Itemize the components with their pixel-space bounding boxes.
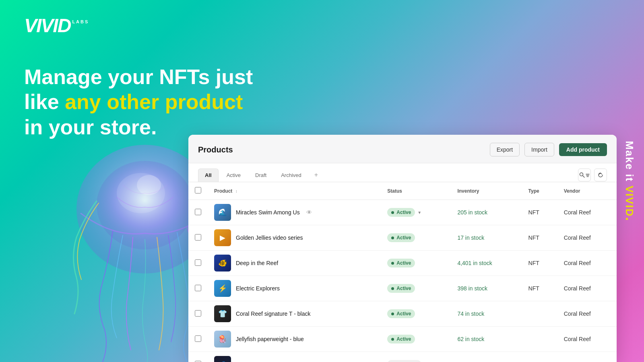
row-product-cell: 🧢 Coral Reef signature Cap - black — [208, 352, 381, 362]
table-row[interactable]: ▶ Golden Jellies video series Active 17 … — [188, 225, 617, 251]
svg-line-5 — [583, 176, 585, 178]
tab-active[interactable]: Active — [220, 169, 247, 181]
logo: VIVIDLABS — [24, 16, 89, 35]
col-type: Type — [522, 182, 557, 200]
table-row[interactable]: 🌊 Miracles Swim Among Us 👁 Active ▼ 205 … — [188, 200, 617, 225]
status-badge: Active — [387, 259, 415, 267]
table-row[interactable]: 👕 Coral Reef signature T - black Active … — [188, 301, 617, 327]
row-checkbox[interactable] — [195, 209, 201, 215]
product-thumbnail: 🧢 — [214, 356, 231, 362]
row-checkbox[interactable] — [195, 259, 201, 266]
tab-draft[interactable]: Draft — [249, 169, 273, 181]
row-status-cell: Active ▼ — [381, 200, 451, 225]
inventory-value: 62 in stock — [457, 336, 484, 342]
row-checkbox-cell — [188, 200, 208, 225]
row-vendor-cell: Coral Reef — [557, 225, 617, 251]
row-checkbox-cell — [188, 251, 208, 276]
row-status-cell: Archived — [381, 352, 451, 362]
row-status-cell: Active — [381, 276, 451, 301]
row-product-cell: ⚡ Electric Explorers — [208, 276, 381, 301]
col-inventory: Inventory — [451, 182, 522, 200]
row-checkbox-cell — [188, 301, 208, 327]
row-inventory-cell: 4,401 in stock — [451, 251, 522, 276]
logo-main: VIVID — [24, 15, 70, 36]
headline-line2-normal: like — [24, 90, 65, 113]
row-vendor-cell: Coral Reef — [557, 276, 617, 301]
headline-line2: like any other product — [24, 89, 253, 114]
products-table: Product ↕ Status Inventory Type Vendor 🌊… — [188, 182, 617, 362]
col-vendor: Vendor — [557, 182, 617, 200]
tab-add-button[interactable]: + — [310, 168, 323, 182]
col-checkbox — [188, 182, 208, 200]
logo-labs: LABS — [72, 19, 89, 24]
headline-line2-highlight: any other product — [65, 90, 243, 113]
panel-actions: Export Import Add product — [490, 143, 607, 156]
add-product-button[interactable]: Add product — [559, 143, 607, 156]
status-dropdown-arrow[interactable]: ▼ — [417, 210, 421, 215]
product-thumbnail: ⚡ — [214, 280, 231, 297]
search-filter-button[interactable] — [578, 169, 591, 181]
row-checkbox[interactable] — [195, 310, 201, 317]
product-cell: 🐠 Deep in the Reef — [214, 255, 374, 272]
row-product-cell: 🐠 Deep in the Reef — [208, 251, 381, 276]
row-status-cell: Active — [381, 327, 451, 352]
panel-title: Products — [198, 145, 233, 154]
status-dot — [391, 338, 394, 341]
table-row[interactable]: ⚡ Electric Explorers Active 398 in stock… — [188, 276, 617, 301]
product-thumbnail: 🐠 — [214, 255, 231, 272]
tab-archived[interactable]: Archived — [275, 169, 308, 181]
row-checkbox-cell — [188, 352, 208, 362]
svg-point-3 — [137, 175, 161, 195]
row-checkbox[interactable] — [195, 285, 201, 291]
status-dot — [391, 262, 394, 265]
visibility-icon: 👁 — [306, 209, 312, 216]
row-checkbox[interactable] — [195, 361, 201, 362]
export-button[interactable]: Export — [490, 143, 520, 156]
product-name: Coral Reef signature T - black — [236, 311, 310, 317]
select-all-checkbox[interactable] — [195, 187, 201, 193]
product-name: Jellyfish paperweight - blue — [236, 336, 304, 342]
status-badge: Archived — [387, 360, 421, 362]
headline-line1: Manage your NFTs just — [24, 64, 253, 89]
row-type-cell — [522, 301, 557, 327]
status-dot — [391, 313, 394, 315]
product-name: Golden Jellies video series — [236, 234, 303, 241]
col-product[interactable]: Product ↕ — [208, 182, 381, 200]
status-dot — [391, 287, 394, 290]
product-cell: 👕 Coral Reef signature T - black — [214, 305, 374, 322]
row-status-cell: Active — [381, 301, 451, 327]
row-checkbox[interactable] — [195, 335, 201, 342]
products-tbody: 🌊 Miracles Swim Among Us 👁 Active ▼ 205 … — [188, 200, 617, 362]
table-row[interactable]: 🐠 Deep in the Reef Active 4,401 in stock… — [188, 251, 617, 276]
row-inventory-cell: 62 in stock — [451, 327, 522, 352]
row-inventory-cell: 0 in stock — [451, 352, 522, 362]
import-button[interactable]: Import — [524, 143, 554, 156]
row-product-cell: 🌊 Miracles Swim Among Us 👁 — [208, 200, 381, 225]
row-checkbox[interactable] — [195, 234, 201, 241]
status-badge: Active — [387, 284, 415, 293]
table-row[interactable]: 🪼 Jellyfish paperweight - blue Active 62… — [188, 327, 617, 352]
product-thumbnail: 🌊 — [214, 204, 231, 221]
product-cell: 🌊 Miracles Swim Among Us 👁 — [214, 204, 374, 221]
panel-header: Products Export Import Add product — [188, 135, 617, 163]
row-status-cell: Active — [381, 251, 451, 276]
row-vendor-cell: Coral Reef — [557, 301, 617, 327]
inventory-value: 4,401 in stock — [457, 260, 492, 266]
status-badge: Active — [387, 233, 415, 242]
row-vendor-cell: Coral Reef — [557, 352, 617, 362]
product-cell: 🧢 Coral Reef signature Cap - black — [214, 356, 374, 362]
row-product-cell: ▶ Golden Jellies video series — [208, 225, 381, 251]
inventory-value: 205 in stock — [457, 209, 487, 216]
table-row[interactable]: 🧢 Coral Reef signature Cap - black Archi… — [188, 352, 617, 362]
row-type-cell — [522, 352, 557, 362]
tab-all[interactable]: All — [198, 169, 219, 182]
product-name: Miracles Swim Among Us — [236, 209, 300, 216]
refresh-button[interactable] — [594, 169, 607, 181]
row-inventory-cell: 74 in stock — [451, 301, 522, 327]
product-cell: ⚡ Electric Explorers — [214, 280, 374, 297]
product-thumbnail: 🪼 — [214, 331, 231, 348]
tabs-bar: All Active Draft Archived + — [188, 163, 617, 182]
inventory-value: 398 in stock — [457, 285, 487, 292]
row-inventory-cell: 398 in stock — [451, 276, 522, 301]
status-dot — [391, 237, 394, 239]
